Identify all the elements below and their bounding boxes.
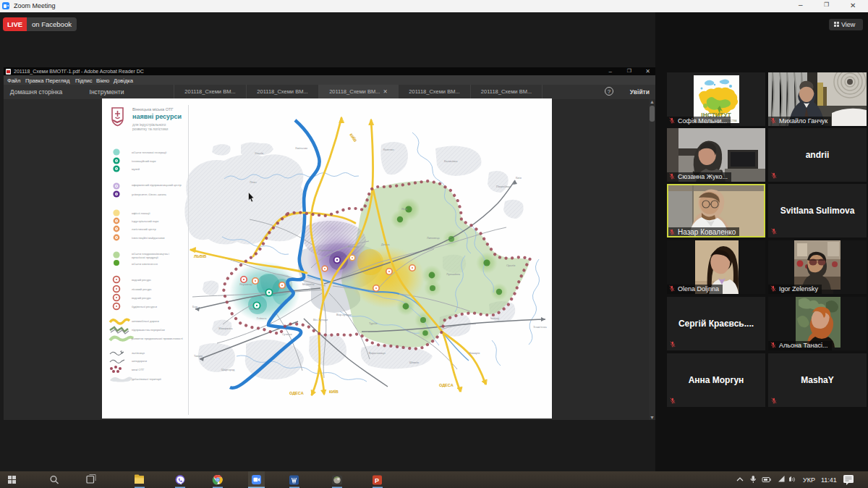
svg-text:логістичний центр: логістичний центр: [132, 227, 156, 231]
svg-text:Вінниця: Вінниця: [348, 245, 359, 248]
svg-text:наявні ресурси: наявні ресурси: [132, 113, 182, 120]
svg-text:КИЇВ: КИЇВ: [329, 390, 339, 394]
svg-text:Шаргород: Шаргород: [221, 368, 235, 371]
svg-text:Знам'янка: Знам'янка: [533, 325, 548, 329]
svg-text:Київ: Київ: [516, 176, 522, 180]
svg-text:водний ресурс: водний ресурс: [132, 296, 151, 300]
svg-text:УКР: УКР: [803, 476, 815, 484]
svg-text:інноваційний парк: інноваційний парк: [132, 159, 156, 163]
svg-text:Бар: Бар: [192, 305, 198, 308]
svg-text:Тютьки: Тютьки: [250, 307, 259, 311]
svg-text:об'єкти теплової генерації: об'єкти теплової генерації: [132, 151, 167, 154]
svg-text:Погребище: Погребище: [496, 185, 512, 188]
svg-text:музей: музей: [132, 167, 140, 171]
svg-text:лісовий ресурс: лісовий ресурс: [132, 287, 152, 291]
svg-text:Жмеринка: Жмеринка: [218, 327, 233, 330]
svg-text:Іллінці: Іллінці: [490, 316, 499, 320]
svg-text:оформлений підприємницький цен: оформлений підприємницький центр: [132, 183, 182, 187]
svg-text:підприємства переробки: підприємства переробки: [132, 328, 165, 332]
svg-text:Десна: Десна: [381, 243, 390, 246]
svg-text:Янів: Янів: [401, 207, 407, 211]
svg-text:Турбів: Турбів: [369, 321, 378, 325]
svg-text:Вінницька міська ОТГ: Вінницька міська ОТГ: [132, 107, 173, 112]
svg-text:індустріальний парк: індустріальний парк: [132, 219, 158, 223]
svg-text:Лукашівка: Лукашівка: [446, 272, 461, 276]
svg-text:розвитку та логістики: розвитку та логістики: [132, 127, 169, 131]
svg-text:Вор.хутори: Вор.хутори: [336, 313, 352, 316]
svg-text:Хмільник: Хмільник: [295, 146, 307, 150]
svg-text:Літин: Літин: [250, 180, 257, 184]
svg-text:залізниця: залізниця: [132, 351, 145, 355]
svg-text:КИЇВ: КИЇВ: [349, 132, 357, 143]
svg-text:ЛЬВІВ: ЛЬВІВ: [194, 254, 206, 258]
svg-text:автодороги: автодороги: [132, 359, 147, 363]
svg-text:Він.Хутори: Він.Хутори: [313, 318, 328, 321]
svg-text:Меджибіж: Меджибіж: [302, 283, 315, 286]
svg-text:Гнівань: Гнівань: [257, 316, 267, 320]
svg-text:Якушинці: Якушинці: [239, 282, 252, 286]
svg-text:університет, бізнес-школа: університет, бізнес-школа: [132, 193, 167, 196]
svg-text:розвиток продовольчої промисло: розвиток продовольчої промисловості: [132, 337, 183, 340]
svg-text:ОДЕСА: ОДЕСА: [439, 383, 454, 387]
svg-text:автомобільні дороги: автомобільні дороги: [132, 319, 159, 323]
svg-text:Стрижавка: Стрижавка: [318, 248, 333, 252]
svg-text:об'єкти озеленення: об'єкти озеленення: [132, 262, 158, 266]
svg-text:Оратів: Оратів: [506, 264, 515, 267]
svg-text:водний ресурс: водний ресурс: [132, 278, 151, 282]
svg-text:Тиврів: Тиврів: [194, 354, 203, 358]
svg-text:урбанізовані території: урбанізовані території: [132, 377, 162, 381]
svg-text:P: P: [375, 477, 379, 484]
svg-text:інвестиційні майданчики: інвестиційні майданчики: [132, 236, 164, 240]
svg-text:Шпиків: Шпиків: [409, 361, 419, 364]
svg-text:органічної продукції: органічної продукції: [132, 256, 159, 259]
svg-text:будівельні ресурси: будівельні ресурси: [132, 305, 157, 308]
svg-text:для індустріального: для індустріального: [132, 122, 166, 127]
svg-text:Сутиски: Сутиски: [282, 333, 292, 336]
svg-text:Вороновиця: Вороновиця: [369, 351, 386, 355]
svg-text:Уланів: Уланів: [255, 151, 263, 155]
svg-text:Липовець: Липовець: [427, 236, 440, 240]
svg-text:офісні локації: офісні локації: [132, 211, 150, 215]
svg-text:Калинівка: Калинівка: [444, 159, 458, 163]
svg-text:ОДЕСА: ОДЕСА: [289, 391, 304, 395]
svg-text:межі ОТГ: межі ОТГ: [132, 368, 145, 371]
svg-text:Козятин: Козятин: [383, 148, 394, 151]
svg-text:Немирів: Немирів: [469, 351, 480, 355]
svg-text:11:41: 11:41: [821, 476, 837, 484]
